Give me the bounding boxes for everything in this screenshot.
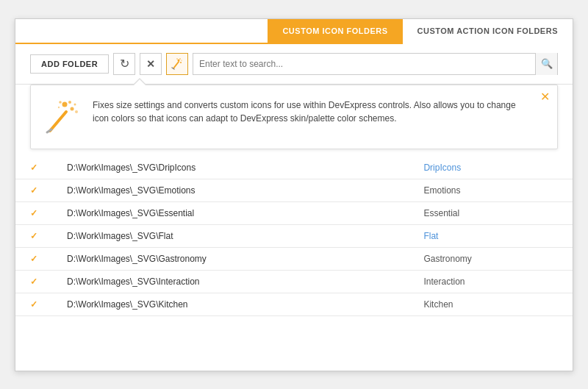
svg-point-1 bbox=[180, 62, 182, 63]
check-cell: ✓ bbox=[15, 293, 52, 315]
search-icon: 🔍 bbox=[541, 58, 553, 69]
table-row: ✓D:\Work\Images\_SVG\EssentialEssential bbox=[15, 201, 573, 224]
svg-point-10 bbox=[74, 103, 76, 105]
svg-point-11 bbox=[59, 101, 62, 104]
table-row: ✓D:\Work\Images\_SVG\EmotionsEmotions bbox=[15, 179, 573, 201]
path-cell: D:\Work\Images\_SVG\Kitchen bbox=[52, 293, 409, 315]
wand-icon bbox=[171, 58, 183, 70]
checkmark-icon: ✓ bbox=[30, 208, 37, 218]
name-cell: Interaction bbox=[409, 270, 573, 293]
name-cell: Essential bbox=[409, 201, 573, 224]
path-cell: D:\Work\Images\_SVG\Emotions bbox=[52, 179, 409, 201]
check-cell: ✓ bbox=[15, 224, 52, 247]
name-cell[interactable]: DripIcons bbox=[409, 157, 573, 179]
svg-point-4 bbox=[176, 58, 177, 59]
table-row: ✓D:\Work\Images\_SVG\DripIconsDripIcons bbox=[15, 157, 573, 179]
svg-point-7 bbox=[62, 101, 68, 107]
name-cell[interactable]: Flat bbox=[409, 224, 573, 247]
checkmark-icon: ✓ bbox=[30, 276, 37, 287]
path-cell: D:\Work\Images\_SVG\Essential bbox=[52, 201, 409, 224]
add-folder-button[interactable]: ADD FOLDER bbox=[30, 54, 109, 74]
refresh-button[interactable]: ↻ bbox=[113, 53, 135, 75]
wand-button[interactable] bbox=[166, 53, 188, 75]
checkmark-icon: ✓ bbox=[30, 299, 37, 310]
svg-point-3 bbox=[182, 60, 182, 60]
tabs-bar: CUSTOM ICON FOLDERS CUSTOM ACTION ICON F… bbox=[15, 19, 573, 44]
folder-table: ✓D:\Work\Images\_SVG\DripIconsDripIcons✓… bbox=[15, 157, 573, 316]
path-cell: D:\Work\Images\_SVG\Interaction bbox=[52, 270, 409, 293]
clear-button[interactable]: ✕ bbox=[140, 53, 162, 75]
svg-point-9 bbox=[68, 101, 71, 104]
search-input[interactable] bbox=[193, 59, 535, 69]
path-cell: D:\Work\Images\_SVG\DripIcons bbox=[52, 157, 409, 179]
tooltip-wand-icon bbox=[44, 99, 81, 135]
toolbar: ADD FOLDER ↻ ✕ 🔍 bbox=[15, 44, 573, 85]
check-cell: ✓ bbox=[15, 179, 52, 201]
svg-line-5 bbox=[173, 62, 179, 68]
tab-custom-icon-folders[interactable]: CUSTOM ICON FOLDERS bbox=[268, 19, 402, 44]
tooltip-text: Fixes size settings and converts custom … bbox=[93, 99, 528, 125]
tooltip-arrow bbox=[132, 78, 147, 85]
tab-custom-action-icon-folders[interactable]: CUSTOM ACTION ICON FOLDERS bbox=[403, 19, 573, 44]
checkmark-icon: ✓ bbox=[30, 254, 37, 264]
refresh-icon: ↻ bbox=[120, 57, 129, 71]
svg-point-14 bbox=[58, 106, 60, 107]
svg-line-15 bbox=[50, 112, 66, 131]
table-row: ✓D:\Work\Images\_SVG\InteractionInteract… bbox=[15, 270, 573, 293]
path-cell: D:\Work\Images\_SVG\Flat bbox=[52, 224, 409, 247]
table-row: ✓D:\Work\Images\_SVG\FlatFlat bbox=[15, 224, 573, 247]
clear-icon: ✕ bbox=[146, 58, 155, 70]
checkmark-icon: ✓ bbox=[30, 163, 37, 173]
check-cell: ✓ bbox=[15, 270, 52, 293]
checkmark-icon: ✓ bbox=[30, 231, 37, 241]
table-row: ✓D:\Work\Images\_SVG\GastronomyGastronom… bbox=[15, 247, 573, 270]
name-cell: Kitchen bbox=[409, 293, 573, 315]
tooltip-popup: ✕ Fixes size settings and converts custo… bbox=[30, 85, 558, 149]
main-window: CUSTOM ICON FOLDERS CUSTOM ACTION ICON F… bbox=[15, 18, 573, 371]
name-cell: Emotions bbox=[409, 179, 573, 201]
check-cell: ✓ bbox=[15, 157, 52, 179]
tooltip-close-button[interactable]: ✕ bbox=[540, 91, 550, 103]
svg-point-12 bbox=[75, 110, 78, 113]
check-cell: ✓ bbox=[15, 247, 52, 270]
name-cell: Gastronomy bbox=[409, 247, 573, 270]
checkmark-icon: ✓ bbox=[30, 185, 37, 196]
search-button[interactable]: 🔍 bbox=[535, 53, 557, 75]
path-cell: D:\Work\Images\_SVG\Gastronomy bbox=[52, 247, 409, 270]
table-row: ✓D:\Work\Images\_SVG\KitchenKitchen bbox=[15, 293, 573, 315]
svg-point-8 bbox=[71, 107, 74, 110]
check-cell: ✓ bbox=[15, 201, 52, 224]
svg-point-2 bbox=[179, 58, 181, 60]
search-box: 🔍 bbox=[193, 53, 558, 75]
